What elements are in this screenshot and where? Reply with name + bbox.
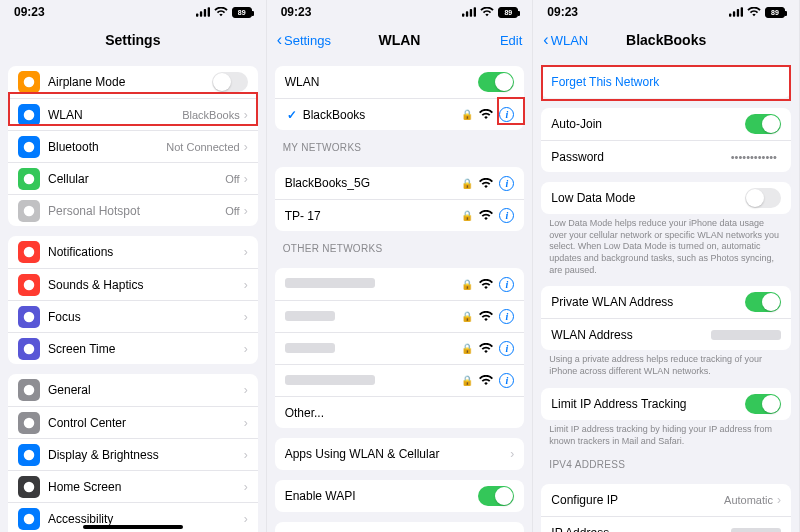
join-group: Auto-Join Password •••••••••••• — [541, 108, 791, 172]
ask-to-join-row[interactable]: Ask to Join Networks Notify › — [275, 522, 525, 532]
info-icon[interactable]: i — [499, 341, 514, 356]
network-row[interactable]: 🔒i — [275, 364, 525, 396]
wifi-signal-icon — [479, 109, 493, 120]
home-indicator — [83, 525, 183, 529]
apps-using-wlan-row[interactable]: Apps Using WLAN & Cellular › — [275, 438, 525, 470]
settings-row-general[interactable]: General› — [8, 374, 258, 406]
network-label: BlackBooks_5G — [285, 176, 370, 190]
limit-footer: Limit IP address tracking by hiding your… — [533, 420, 799, 447]
info-icon[interactable]: i — [499, 176, 514, 191]
limit-group: Limit IP Address Tracking — [541, 388, 791, 420]
private-addr-toggle[interactable] — [745, 292, 781, 312]
svg-point-17 — [24, 513, 35, 524]
chevron-right-icon: › — [510, 447, 514, 461]
lowdata-group: Low Data Mode — [541, 182, 791, 214]
navbar: Settings — [0, 24, 266, 56]
detail-scroll[interactable]: Forget This Network Auto-Join Password •… — [533, 56, 799, 532]
settings-row-airplane[interactable]: Airplane Mode — [8, 66, 258, 98]
wlan-addr-row[interactable]: WLAN Address — [541, 318, 791, 350]
settings-row-display[interactable]: Display & Brightness› — [8, 438, 258, 470]
back-button[interactable]: ‹Settings — [277, 24, 331, 56]
info-icon[interactable]: i — [499, 107, 514, 122]
chevron-right-icon: › — [244, 245, 248, 259]
chevron-right-icon: › — [244, 342, 248, 356]
limit-toggle[interactable] — [745, 394, 781, 414]
network-row[interactable]: TP- 17🔒i — [275, 199, 525, 231]
wlan-value: BlackBooks — [182, 109, 239, 121]
network-row[interactable]: BlackBooks_5G🔒i — [275, 167, 525, 199]
configure-ip-row[interactable]: Configure IP Automatic › — [541, 484, 791, 516]
svg-point-5 — [24, 109, 35, 120]
info-icon[interactable]: i — [499, 373, 514, 388]
settings-row-focus[interactable]: Focus› — [8, 300, 258, 332]
autojoin-row[interactable]: Auto-Join — [541, 108, 791, 140]
settings-row-screentime[interactable]: Screen Time› — [8, 332, 258, 364]
wapi-toggle[interactable] — [478, 486, 514, 506]
lowdata-row[interactable]: Low Data Mode — [541, 182, 791, 214]
wlan-toggle[interactable] — [478, 72, 514, 92]
wlan-current-row[interactable]: ✓ BlackBooks 🔒 i — [275, 98, 525, 130]
settings-row-wlan[interactable]: WLANBlackBooks› — [8, 98, 258, 130]
wlan-scroll[interactable]: WLAN ✓ BlackBooks 🔒 i MY NETWORKS BlackB… — [267, 56, 533, 532]
back-button[interactable]: ‹WLAN — [543, 24, 588, 56]
settings-row-sounds[interactable]: Sounds & Haptics› — [8, 268, 258, 300]
phone-wlan: 09:23 89 ‹Settings WLAN Edit WLAN ✓ Blac… — [267, 0, 534, 532]
autojoin-label: Auto-Join — [551, 117, 745, 131]
settings-row-home[interactable]: Home Screen› — [8, 470, 258, 502]
display-label: Display & Brightness — [48, 448, 244, 462]
network-label-wrap — [285, 277, 462, 291]
status-bar: 09:23 89 — [0, 0, 266, 24]
settings-row-cellular[interactable]: CellularOff› — [8, 162, 258, 194]
wifi-accessories: 🔒i — [461, 176, 514, 191]
network-label-redacted — [285, 375, 375, 385]
network-row[interactable]: 🔒i — [275, 300, 525, 332]
svg-rect-23 — [470, 9, 472, 17]
svg-point-10 — [24, 279, 35, 290]
other-label: Other... — [285, 406, 515, 420]
svg-rect-3 — [207, 7, 209, 16]
apps-label: Apps Using WLAN & Cellular — [285, 447, 511, 461]
autojoin-toggle[interactable] — [745, 114, 781, 134]
airplane-toggle[interactable] — [212, 72, 248, 92]
other-network-row[interactable]: Other... — [275, 396, 525, 428]
focus-label: Focus — [48, 310, 244, 324]
settings-row-hotspot[interactable]: Personal HotspotOff› — [8, 194, 258, 226]
checkmark-icon: ✓ — [285, 108, 299, 122]
wapi-row[interactable]: Enable WAPI — [275, 480, 525, 512]
limit-row[interactable]: Limit IP Address Tracking — [541, 388, 791, 420]
network-label-wrap — [285, 374, 462, 388]
hotspot-value: Off — [225, 205, 239, 217]
status-right: 89 — [729, 7, 785, 18]
private-footer: Using a private address helps reduce tra… — [533, 350, 799, 377]
notifications-icon — [18, 241, 40, 263]
lowdata-footer: Low Data Mode helps reduce your iPhone d… — [533, 214, 799, 276]
svg-point-16 — [24, 481, 35, 492]
general-icon — [18, 379, 40, 401]
settings-row-notifications[interactable]: Notifications› — [8, 236, 258, 268]
svg-point-15 — [24, 449, 35, 460]
info-icon[interactable]: i — [499, 208, 514, 223]
svg-rect-24 — [474, 7, 476, 16]
edit-button[interactable]: Edit — [500, 24, 522, 56]
settings-scroll[interactable]: Airplane ModeWLANBlackBooks›BluetoothNot… — [0, 56, 266, 532]
private-addr-row[interactable]: Private WLAN Address — [541, 286, 791, 318]
password-row[interactable]: Password •••••••••••• — [541, 140, 791, 172]
network-label-redacted — [285, 278, 375, 288]
wlan-toggle-row[interactable]: WLAN — [275, 66, 525, 98]
notifications-label: Notifications — [48, 245, 244, 259]
lowdata-toggle[interactable] — [745, 188, 781, 208]
wifi-accessories: 🔒i — [461, 341, 514, 356]
forget-network-row[interactable]: Forget This Network — [541, 66, 791, 98]
settings-row-control[interactable]: Control Center› — [8, 406, 258, 438]
cellular-label: Cellular — [48, 172, 225, 186]
info-icon[interactable]: i — [499, 309, 514, 324]
apps-group: Apps Using WLAN & Cellular › — [275, 438, 525, 470]
settings-row-bluetooth[interactable]: BluetoothNot Connected› — [8, 130, 258, 162]
lock-icon: 🔒 — [461, 343, 473, 354]
wifi-signal-icon — [479, 210, 493, 221]
network-row[interactable]: 🔒i — [275, 332, 525, 364]
info-icon[interactable]: i — [499, 277, 514, 292]
chevron-right-icon: › — [244, 108, 248, 122]
network-row[interactable]: 🔒i — [275, 268, 525, 300]
settings-group-connectivity: Airplane ModeWLANBlackBooks›BluetoothNot… — [8, 66, 258, 226]
